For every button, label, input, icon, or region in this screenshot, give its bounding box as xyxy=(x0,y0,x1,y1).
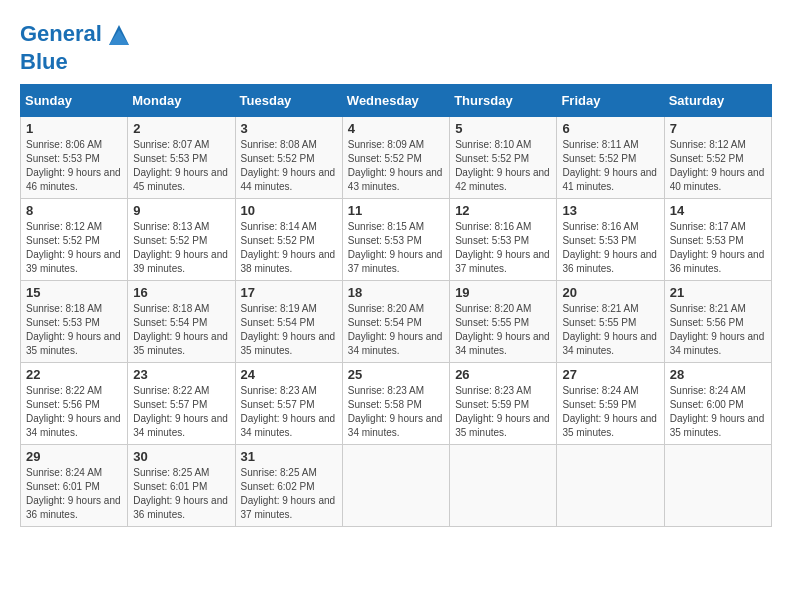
day-cell-15: 15 Sunrise: 8:18 AM Sunset: 5:53 PM Dayl… xyxy=(21,281,128,363)
day-number: 20 xyxy=(562,285,658,300)
day-detail: Sunrise: 8:23 AM Sunset: 5:59 PM Dayligh… xyxy=(455,384,551,440)
day-cell-20: 20 Sunrise: 8:21 AM Sunset: 5:55 PM Dayl… xyxy=(557,281,664,363)
day-number: 4 xyxy=(348,121,444,136)
day-cell-22: 22 Sunrise: 8:22 AM Sunset: 5:56 PM Dayl… xyxy=(21,363,128,445)
logo-text-blue: Blue xyxy=(20,50,134,74)
day-number: 5 xyxy=(455,121,551,136)
day-cell-12: 12 Sunrise: 8:16 AM Sunset: 5:53 PM Dayl… xyxy=(450,199,557,281)
week-row-4: 22 Sunrise: 8:22 AM Sunset: 5:56 PM Dayl… xyxy=(21,363,772,445)
day-number: 16 xyxy=(133,285,229,300)
day-detail: Sunrise: 8:16 AM Sunset: 5:53 PM Dayligh… xyxy=(455,220,551,276)
header-row: SundayMondayTuesdayWednesdayThursdayFrid… xyxy=(21,85,772,117)
day-cell-27: 27 Sunrise: 8:24 AM Sunset: 5:59 PM Dayl… xyxy=(557,363,664,445)
week-row-1: 1 Sunrise: 8:06 AM Sunset: 5:53 PM Dayli… xyxy=(21,117,772,199)
logo-icon xyxy=(104,20,134,50)
day-cell-18: 18 Sunrise: 8:20 AM Sunset: 5:54 PM Dayl… xyxy=(342,281,449,363)
day-cell-6: 6 Sunrise: 8:11 AM Sunset: 5:52 PM Dayli… xyxy=(557,117,664,199)
day-cell-10: 10 Sunrise: 8:14 AM Sunset: 5:52 PM Dayl… xyxy=(235,199,342,281)
day-cell-8: 8 Sunrise: 8:12 AM Sunset: 5:52 PM Dayli… xyxy=(21,199,128,281)
day-detail: Sunrise: 8:08 AM Sunset: 5:52 PM Dayligh… xyxy=(241,138,337,194)
day-cell-16: 16 Sunrise: 8:18 AM Sunset: 5:54 PM Dayl… xyxy=(128,281,235,363)
week-row-3: 15 Sunrise: 8:18 AM Sunset: 5:53 PM Dayl… xyxy=(21,281,772,363)
day-detail: Sunrise: 8:15 AM Sunset: 5:53 PM Dayligh… xyxy=(348,220,444,276)
day-detail: Sunrise: 8:09 AM Sunset: 5:52 PM Dayligh… xyxy=(348,138,444,194)
day-number: 13 xyxy=(562,203,658,218)
day-cell-4: 4 Sunrise: 8:09 AM Sunset: 5:52 PM Dayli… xyxy=(342,117,449,199)
day-number: 22 xyxy=(26,367,122,382)
day-cell-3: 3 Sunrise: 8:08 AM Sunset: 5:52 PM Dayli… xyxy=(235,117,342,199)
logo-text: General xyxy=(20,20,134,50)
day-cell-23: 23 Sunrise: 8:22 AM Sunset: 5:57 PM Dayl… xyxy=(128,363,235,445)
day-number: 10 xyxy=(241,203,337,218)
day-number: 18 xyxy=(348,285,444,300)
day-cell-7: 7 Sunrise: 8:12 AM Sunset: 5:52 PM Dayli… xyxy=(664,117,771,199)
day-detail: Sunrise: 8:23 AM Sunset: 5:57 PM Dayligh… xyxy=(241,384,337,440)
header-saturday: Saturday xyxy=(664,85,771,117)
day-cell-13: 13 Sunrise: 8:16 AM Sunset: 5:53 PM Dayl… xyxy=(557,199,664,281)
empty-cell xyxy=(450,445,557,527)
header-thursday: Thursday xyxy=(450,85,557,117)
day-detail: Sunrise: 8:14 AM Sunset: 5:52 PM Dayligh… xyxy=(241,220,337,276)
day-cell-1: 1 Sunrise: 8:06 AM Sunset: 5:53 PM Dayli… xyxy=(21,117,128,199)
day-detail: Sunrise: 8:18 AM Sunset: 5:53 PM Dayligh… xyxy=(26,302,122,358)
empty-cell xyxy=(342,445,449,527)
day-cell-25: 25 Sunrise: 8:23 AM Sunset: 5:58 PM Dayl… xyxy=(342,363,449,445)
day-cell-31: 31 Sunrise: 8:25 AM Sunset: 6:02 PM Dayl… xyxy=(235,445,342,527)
header-sunday: Sunday xyxy=(21,85,128,117)
day-number: 27 xyxy=(562,367,658,382)
day-number: 3 xyxy=(241,121,337,136)
day-detail: Sunrise: 8:23 AM Sunset: 5:58 PM Dayligh… xyxy=(348,384,444,440)
day-cell-30: 30 Sunrise: 8:25 AM Sunset: 6:01 PM Dayl… xyxy=(128,445,235,527)
day-number: 8 xyxy=(26,203,122,218)
day-detail: Sunrise: 8:07 AM Sunset: 5:53 PM Dayligh… xyxy=(133,138,229,194)
day-detail: Sunrise: 8:12 AM Sunset: 5:52 PM Dayligh… xyxy=(670,138,766,194)
week-row-2: 8 Sunrise: 8:12 AM Sunset: 5:52 PM Dayli… xyxy=(21,199,772,281)
logo: General Blue xyxy=(20,20,134,74)
calendar-table: SundayMondayTuesdayWednesdayThursdayFrid… xyxy=(20,84,772,527)
day-detail: Sunrise: 8:25 AM Sunset: 6:01 PM Dayligh… xyxy=(133,466,229,522)
header-tuesday: Tuesday xyxy=(235,85,342,117)
week-row-5: 29 Sunrise: 8:24 AM Sunset: 6:01 PM Dayl… xyxy=(21,445,772,527)
day-detail: Sunrise: 8:22 AM Sunset: 5:56 PM Dayligh… xyxy=(26,384,122,440)
empty-cell xyxy=(664,445,771,527)
day-number: 23 xyxy=(133,367,229,382)
day-detail: Sunrise: 8:24 AM Sunset: 6:00 PM Dayligh… xyxy=(670,384,766,440)
header-friday: Friday xyxy=(557,85,664,117)
day-detail: Sunrise: 8:24 AM Sunset: 6:01 PM Dayligh… xyxy=(26,466,122,522)
day-number: 15 xyxy=(26,285,122,300)
day-number: 7 xyxy=(670,121,766,136)
day-number: 19 xyxy=(455,285,551,300)
day-cell-9: 9 Sunrise: 8:13 AM Sunset: 5:52 PM Dayli… xyxy=(128,199,235,281)
day-number: 9 xyxy=(133,203,229,218)
day-detail: Sunrise: 8:25 AM Sunset: 6:02 PM Dayligh… xyxy=(241,466,337,522)
empty-cell xyxy=(557,445,664,527)
day-detail: Sunrise: 8:13 AM Sunset: 5:52 PM Dayligh… xyxy=(133,220,229,276)
day-cell-24: 24 Sunrise: 8:23 AM Sunset: 5:57 PM Dayl… xyxy=(235,363,342,445)
day-number: 30 xyxy=(133,449,229,464)
svg-marker-1 xyxy=(109,30,129,45)
day-number: 2 xyxy=(133,121,229,136)
day-number: 31 xyxy=(241,449,337,464)
day-number: 12 xyxy=(455,203,551,218)
day-detail: Sunrise: 8:22 AM Sunset: 5:57 PM Dayligh… xyxy=(133,384,229,440)
day-number: 28 xyxy=(670,367,766,382)
day-detail: Sunrise: 8:10 AM Sunset: 5:52 PM Dayligh… xyxy=(455,138,551,194)
page-header: General Blue xyxy=(20,20,772,74)
day-detail: Sunrise: 8:20 AM Sunset: 5:55 PM Dayligh… xyxy=(455,302,551,358)
day-number: 17 xyxy=(241,285,337,300)
day-cell-26: 26 Sunrise: 8:23 AM Sunset: 5:59 PM Dayl… xyxy=(450,363,557,445)
day-detail: Sunrise: 8:24 AM Sunset: 5:59 PM Dayligh… xyxy=(562,384,658,440)
header-monday: Monday xyxy=(128,85,235,117)
day-detail: Sunrise: 8:19 AM Sunset: 5:54 PM Dayligh… xyxy=(241,302,337,358)
day-number: 11 xyxy=(348,203,444,218)
day-number: 21 xyxy=(670,285,766,300)
day-number: 26 xyxy=(455,367,551,382)
day-number: 25 xyxy=(348,367,444,382)
day-number: 29 xyxy=(26,449,122,464)
day-detail: Sunrise: 8:16 AM Sunset: 5:53 PM Dayligh… xyxy=(562,220,658,276)
day-cell-2: 2 Sunrise: 8:07 AM Sunset: 5:53 PM Dayli… xyxy=(128,117,235,199)
day-detail: Sunrise: 8:18 AM Sunset: 5:54 PM Dayligh… xyxy=(133,302,229,358)
day-cell-28: 28 Sunrise: 8:24 AM Sunset: 6:00 PM Dayl… xyxy=(664,363,771,445)
day-number: 1 xyxy=(26,121,122,136)
day-detail: Sunrise: 8:21 AM Sunset: 5:56 PM Dayligh… xyxy=(670,302,766,358)
